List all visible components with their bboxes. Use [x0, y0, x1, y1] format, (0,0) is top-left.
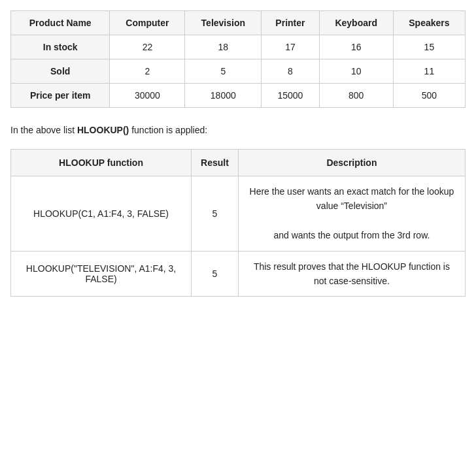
description-suffix: function is applied: — [129, 125, 207, 135]
instock-keyboard: 16 — [319, 35, 393, 59]
instock-television: 18 — [185, 35, 262, 59]
instock-printer: 17 — [262, 35, 320, 59]
price-keyboard: 800 — [319, 84, 393, 108]
hlookup-desc-2-line1: This result proves that the HLOOKUP func… — [254, 261, 450, 286]
table-row-instock: In stock 22 18 17 16 15 — [11, 35, 466, 59]
hlookup-func-2: HLOOKUP("TELEVISION", A1:F4, 3, FALSE) — [11, 251, 192, 297]
sold-computer: 2 — [110, 59, 185, 84]
col-header-television: Television — [185, 11, 262, 35]
sold-keyboard: 10 — [319, 59, 393, 84]
sold-television: 5 — [185, 59, 262, 84]
product-table: Product Name Computer Television Printer… — [10, 10, 466, 108]
hlookup-desc-1-line1: Here the user wants an exact match for t… — [250, 186, 454, 211]
price-computer: 30000 — [110, 84, 185, 108]
hlookup-result-2: 5 — [192, 251, 239, 297]
price-television: 18000 — [185, 84, 262, 108]
col-header-product-name: Product Name — [11, 11, 110, 35]
hlookup-result-1: 5 — [192, 176, 239, 252]
table-row-sold: Sold 2 5 8 10 11 — [11, 59, 466, 84]
hlookup-table: HLOOKUP function Result Description HLOO… — [10, 149, 466, 297]
col-header-computer: Computer — [110, 11, 185, 35]
function-name-bold: HLOOKUP() — [77, 125, 129, 135]
price-printer: 15000 — [262, 84, 320, 108]
sold-speakers: 11 — [393, 59, 465, 84]
price-speakers: 500 — [393, 84, 465, 108]
instock-speakers: 15 — [393, 35, 465, 59]
hlookup-desc-1-line2: and wants the output from the 3rd row. — [273, 230, 430, 240]
hlookup-row-2: HLOOKUP("TELEVISION", A1:F4, 3, FALSE) 5… — [11, 251, 466, 297]
hlookup-func-1: HLOOKUP(C1, A1:F4, 3, FALSE) — [11, 176, 192, 252]
sold-printer: 8 — [262, 59, 320, 84]
hlookup-col-header-function: HLOOKUP function — [11, 150, 192, 176]
hlookup-col-header-result: Result — [192, 150, 239, 176]
col-header-speakers: Speakers — [393, 11, 465, 35]
instock-computer: 22 — [110, 35, 185, 59]
row-header-instock: In stock — [11, 35, 110, 59]
hlookup-desc-1: Here the user wants an exact match for t… — [238, 176, 465, 252]
hlookup-desc-2: This result proves that the HLOOKUP func… — [238, 251, 465, 297]
row-header-price: Price per item — [11, 84, 110, 108]
description-paragraph: In the above list HLOOKUP() function is … — [10, 123, 466, 137]
col-header-keyboard: Keyboard — [319, 11, 393, 35]
description-prefix: In the above list — [10, 125, 77, 135]
hlookup-row-1: HLOOKUP(C1, A1:F4, 3, FALSE) 5 Here the … — [11, 176, 466, 252]
row-header-sold: Sold — [11, 59, 110, 84]
col-header-printer: Printer — [262, 11, 320, 35]
hlookup-col-header-description: Description — [238, 150, 465, 176]
table-row-price: Price per item 30000 18000 15000 800 500 — [11, 84, 466, 108]
